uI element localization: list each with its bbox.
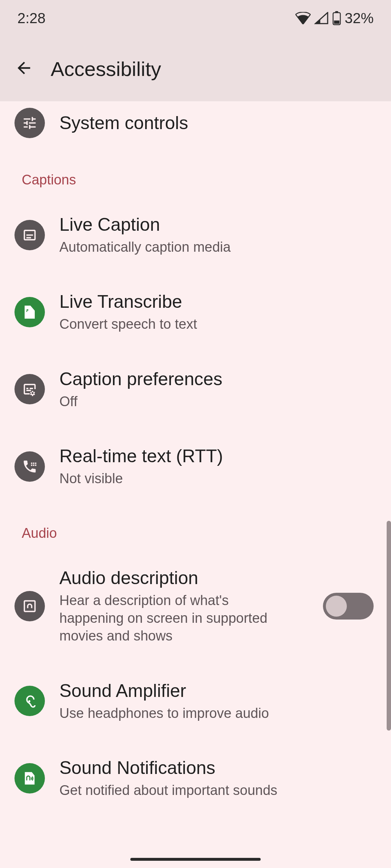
section-header-captions: Captions — [0, 152, 391, 196]
svg-rect-1 — [335, 11, 338, 13]
app-header: Accessibility — [0, 36, 391, 101]
item-subtitle: Use headphones to improve audio — [59, 705, 377, 722]
status-bar: 2:28 32% — [0, 0, 391, 36]
item-subtitle: Hear a description of what's happening o… — [59, 592, 291, 645]
item-system-controls[interactable]: System controls — [0, 101, 391, 152]
item-sound-amplifier[interactable]: Sound Amplifier Use headphones to improv… — [0, 663, 391, 740]
item-title: Live Transcribe — [59, 291, 377, 312]
transcribe-icon — [14, 297, 45, 327]
item-subtitle: Automatically caption media — [59, 238, 377, 256]
section-header-audio: Audio — [0, 505, 391, 550]
item-caption-preferences[interactable]: Caption preferences Off — [0, 351, 391, 428]
tune-icon — [14, 108, 45, 138]
wifi-icon — [295, 12, 311, 24]
item-title: Sound Notifications — [59, 757, 377, 779]
item-subtitle: Get notified about important sounds — [59, 782, 377, 799]
sound-notification-icon — [14, 763, 45, 793]
signal-icon — [314, 12, 329, 24]
caption-settings-icon — [14, 374, 45, 404]
item-live-caption[interactable]: Live Caption Automatically caption media — [0, 196, 391, 273]
item-audio-description[interactable]: Audio description Hear a description of … — [0, 550, 391, 663]
battery-percent: 32% — [345, 10, 374, 26]
scrollbar[interactable] — [387, 521, 391, 731]
audio-description-icon — [14, 591, 45, 621]
battery-icon — [332, 11, 341, 25]
status-icons: 32% — [295, 10, 374, 26]
back-button[interactable] — [14, 59, 33, 79]
toggle-knob — [326, 596, 347, 617]
nav-home-indicator[interactable] — [130, 858, 261, 861]
item-live-transcribe[interactable]: Live Transcribe Convert speech to text — [0, 273, 391, 350]
status-time: 2:28 — [17, 10, 46, 26]
rtt-icon — [14, 451, 45, 482]
item-title: Audio description — [59, 567, 308, 589]
item-rtt[interactable]: Real-time text (RTT) Not visible — [0, 428, 391, 505]
item-title: Sound Amplifier — [59, 680, 377, 702]
hearing-icon — [14, 686, 45, 716]
settings-list: System controls Captions Live Caption Au… — [0, 101, 391, 803]
item-title: Caption preferences — [59, 368, 377, 390]
audio-description-toggle[interactable] — [323, 593, 374, 620]
item-title: Real-time text (RTT) — [59, 445, 377, 467]
svg-rect-2 — [334, 21, 339, 24]
caption-icon — [14, 220, 45, 250]
page-title: Accessibility — [51, 57, 161, 81]
item-subtitle: Not visible — [59, 470, 377, 488]
item-subtitle: Off — [59, 393, 377, 410]
item-subtitle: Convert speech to text — [59, 315, 377, 333]
arrow-back-icon — [14, 59, 33, 77]
item-sound-notifications[interactable]: Sound Notifications Get notified about i… — [0, 740, 391, 803]
item-title: System controls — [59, 112, 377, 134]
item-title: Live Caption — [59, 214, 377, 235]
